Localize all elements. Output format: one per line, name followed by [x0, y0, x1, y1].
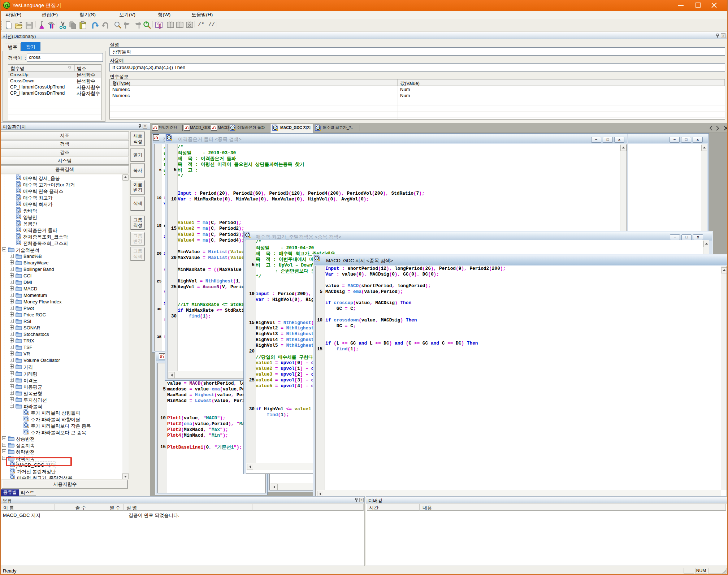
svg-text:YL: YL: [4, 4, 9, 8]
